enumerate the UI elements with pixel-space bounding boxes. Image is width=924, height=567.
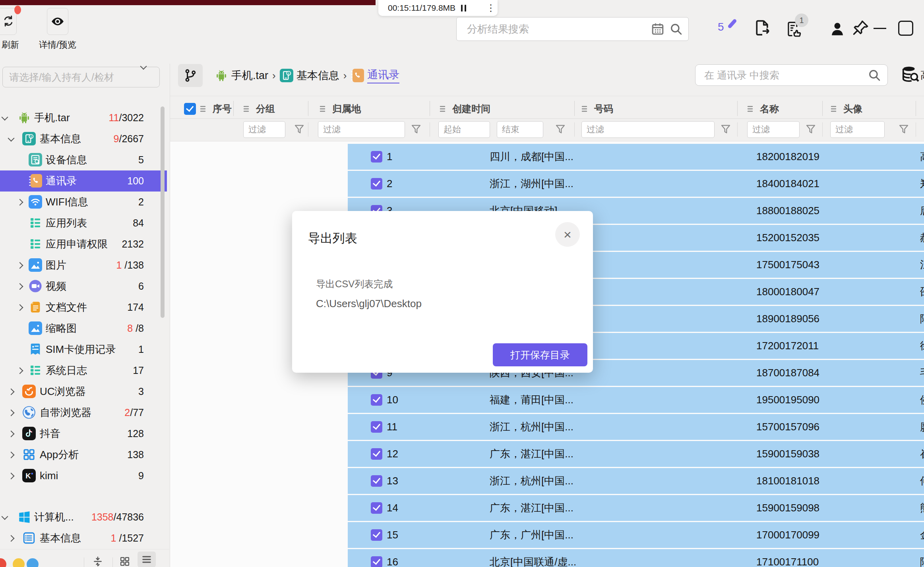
- column-menu-icon[interactable]: [747, 105, 756, 112]
- funnel-icon[interactable]: [410, 123, 422, 135]
- column-header-1[interactable]: 序号: [200, 100, 232, 118]
- export-icon[interactable]: [754, 19, 771, 37]
- table-row[interactable]: 10福建，莆田[中国...19500195090侯丹: [348, 387, 924, 413]
- column-header-3[interactable]: 归属地: [320, 100, 361, 118]
- chevron-right-icon[interactable]: [9, 538, 14, 544]
- select-all-checkbox[interactable]: [184, 103, 196, 115]
- grid-view-icon[interactable]: [119, 556, 130, 567]
- breadcrumb-item-3[interactable]: 通讯录: [367, 68, 399, 83]
- table-row[interactable]: 14广东，湛江[中国...15900159098熊娜: [348, 495, 924, 521]
- open-folder-button[interactable]: 打开保存目录: [493, 343, 587, 366]
- column-header-6[interactable]: 名称: [747, 100, 779, 118]
- row-checkbox[interactable]: [371, 529, 382, 541]
- column-header-5[interactable]: 号码: [581, 100, 613, 118]
- owner-select[interactable]: 请选择/输入持有人/检材: [2, 67, 160, 87]
- sidebar-item-18[interactable]: Kkimi9: [0, 465, 167, 486]
- table-row[interactable]: 15广东，广州[中国...17000170099金强: [348, 522, 924, 548]
- sidebar-item-2[interactable]: i基本信息9/2667: [0, 128, 167, 149]
- advanced-search-icon[interactable]: [901, 65, 920, 83]
- chevron-right-icon[interactable]: [17, 265, 23, 271]
- chevron-right-icon[interactable]: [9, 434, 14, 439]
- chevron-right-icon[interactable]: [17, 202, 23, 208]
- table-row[interactable]: 12广东，湛江[中国...15900159038崔芳: [348, 441, 924, 467]
- sidebar-item-20[interactable]: 基本信息1 /1527: [0, 528, 167, 549]
- funnel-icon[interactable]: [805, 123, 817, 135]
- chevron-down-icon[interactable]: [2, 517, 8, 523]
- sidebar-item-9[interactable]: 视频6: [0, 276, 167, 297]
- red-circle-icon[interactable]: [0, 558, 6, 567]
- sidebar-item-14[interactable]: UC浏览器3: [0, 381, 167, 402]
- sidebar-item-4[interactable]: 通讯录100: [0, 170, 167, 192]
- filter-phone-input[interactable]: [582, 122, 714, 137]
- column-menu-icon[interactable]: [200, 105, 209, 112]
- sidebar-item-16[interactable]: 抖音128: [0, 423, 167, 444]
- row-checkbox[interactable]: [371, 421, 382, 433]
- chevron-right-icon[interactable]: [17, 308, 23, 313]
- sidebar-item-6[interactable]: 应用列表84: [0, 213, 167, 234]
- sidebar-item-13[interactable]: 系统日志17: [0, 360, 167, 381]
- pause-icon[interactable]: [461, 5, 466, 12]
- row-checkbox[interactable]: [371, 394, 382, 406]
- sidebar-item-1[interactable]: 手机.tar11/3022: [0, 107, 167, 128]
- sidebar-item-15[interactable]: 自带浏览器2/77: [0, 402, 167, 423]
- filter-avatar-input[interactable]: [831, 122, 884, 137]
- refresh-button[interactable]: [0, 8, 17, 35]
- table-row[interactable]: 16北京[中国联通/虚...17100171100陆敏: [348, 549, 924, 567]
- sidebar-scrollbar[interactable]: [161, 106, 165, 318]
- column-menu-icon[interactable]: [581, 105, 590, 112]
- column-menu-icon[interactable]: [320, 105, 328, 112]
- maximize-icon[interactable]: [898, 21, 913, 36]
- chevron-right-icon[interactable]: [17, 371, 23, 376]
- preview-button[interactable]: [47, 8, 68, 35]
- filter-region-input[interactable]: [318, 122, 405, 137]
- sidebar-item-19[interactable]: 计算机...1358/47836: [0, 507, 167, 528]
- sidebar-item-5[interactable]: WIFI信息2: [0, 192, 167, 213]
- column-menu-icon[interactable]: [831, 105, 839, 112]
- sidebar-item-17[interactable]: App分析138: [0, 444, 167, 465]
- row-checkbox[interactable]: [371, 475, 382, 487]
- table-row[interactable]: 13浙江，杭州[中国...18100181018何娜: [348, 468, 924, 494]
- row-checkbox[interactable]: [371, 178, 382, 190]
- column-header-7[interactable]: 头像: [831, 100, 862, 118]
- more-options-icon[interactable]: ⋮: [486, 2, 496, 14]
- filter-end-input[interactable]: [497, 122, 543, 137]
- sidebar-item-12[interactable]: SIM卡使用记录1: [0, 339, 167, 360]
- filter-group-input[interactable]: [244, 122, 285, 137]
- filter-start-input[interactable]: [439, 122, 490, 137]
- chevron-right-icon[interactable]: [17, 286, 23, 292]
- branch-view-button[interactable]: [178, 64, 203, 87]
- sidebar-item-10[interactable]: 文档文件174: [0, 297, 167, 318]
- blue-circle-icon[interactable]: [27, 558, 39, 567]
- table-row[interactable]: 2浙江，湖州[中国...18400184021郑杰: [348, 171, 924, 197]
- list-view-button[interactable]: [138, 552, 156, 567]
- filter-name-input[interactable]: [748, 122, 799, 137]
- column-menu-icon[interactable]: [243, 105, 252, 112]
- calendar-icon[interactable]: [651, 22, 664, 36]
- chevron-right-icon[interactable]: [9, 413, 14, 418]
- breadcrumb-item-2[interactable]: 基本信息: [296, 68, 339, 83]
- funnel-icon[interactable]: [720, 123, 732, 135]
- funnel-icon[interactable]: [554, 123, 566, 135]
- column-header-4[interactable]: 创建时间: [440, 100, 490, 118]
- column-menu-icon[interactable]: [440, 105, 448, 112]
- row-checkbox[interactable]: [371, 448, 382, 460]
- row-checkbox[interactable]: [371, 502, 382, 514]
- search-icon[interactable]: [868, 68, 881, 82]
- breadcrumb-item-1[interactable]: 手机.tar: [231, 68, 268, 83]
- user-icon[interactable]: [829, 21, 846, 37]
- collapse-all-icon[interactable]: [92, 556, 103, 567]
- row-checkbox[interactable]: [371, 556, 382, 567]
- sidebar-item-11[interactable]: 缩略图8 /8: [0, 318, 167, 339]
- close-icon[interactable]: ×: [555, 222, 580, 247]
- chevron-down-icon[interactable]: [2, 118, 8, 124]
- chevron-right-icon[interactable]: [9, 455, 14, 461]
- funnel-icon[interactable]: [293, 123, 305, 135]
- chevron-down-icon[interactable]: [9, 139, 14, 145]
- pin-icon[interactable]: [851, 19, 870, 37]
- pen-icon[interactable]: [727, 18, 737, 29]
- chevron-right-icon[interactable]: [9, 392, 14, 397]
- table-row[interactable]: 1四川，成都[中国...18200182019高强: [348, 144, 924, 170]
- row-checkbox[interactable]: [371, 151, 382, 163]
- yellow-circle-icon[interactable]: [13, 558, 25, 567]
- funnel-icon[interactable]: [898, 123, 910, 135]
